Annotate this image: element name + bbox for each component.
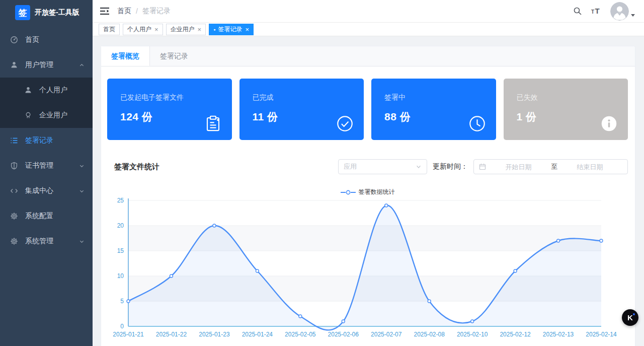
tags-view-bar: 首页 个人用户 × 企业用户 × ● 签署记录 × [93, 23, 644, 36]
chart-point [256, 269, 259, 272]
chart-band [128, 200, 601, 226]
chart-point [342, 320, 345, 323]
y-tick-label: 20 [117, 222, 124, 229]
topbar-actions: T T [573, 2, 635, 21]
logo-row[interactable]: 签 开放签-工具版 [0, 0, 93, 25]
app-select-placeholder: 应用 [344, 162, 357, 171]
close-icon[interactable]: × [245, 26, 249, 33]
caret-down-icon [631, 14, 635, 17]
chart-point [557, 239, 560, 242]
breadcrumb: 首页 / 签署记录 [117, 7, 171, 16]
tab-signing-records[interactable]: 签署记录 [150, 46, 198, 66]
font-size-icon[interactable]: T T [591, 7, 602, 16]
tag-home[interactable]: 首页 [99, 24, 120, 35]
gear-icon [10, 212, 18, 220]
sidebar-item-label: 证书管理 [25, 161, 53, 170]
tag-personal-users[interactable]: 个人用户 × [123, 24, 163, 35]
x-tick-label: 2025-02-07 [371, 331, 402, 338]
x-tick-label: 2025-01-22 [156, 331, 187, 338]
sidebar-item-enterprise-users[interactable]: 企业用户 [0, 103, 93, 128]
sidebar-item-signing-records[interactable]: 签署记录 [0, 128, 93, 153]
sidebar-submenu-user-management: 个人用户 企业用户 [0, 78, 93, 128]
stat-card-in-progress[interactable]: 签署中 88 份 [371, 79, 496, 140]
stat-label: 签署中 [384, 93, 483, 102]
sidebar-item-system-management[interactable]: 系统管理 [0, 229, 93, 254]
breadcrumb-home[interactable]: 首页 [117, 7, 131, 16]
x-tick-label: 2025-02-10 [457, 331, 488, 338]
sidebar-item-system-configuration[interactable]: 系统配置 [0, 203, 93, 229]
chart-point [600, 239, 603, 242]
chevron-down-icon [416, 164, 422, 170]
chart-point [428, 300, 431, 303]
user-menu[interactable] [610, 2, 635, 21]
chart-point [170, 274, 173, 278]
sidebar-fold-icon[interactable] [100, 7, 110, 15]
chart-legend[interactable]: 签署数据统计 [107, 188, 628, 196]
update-time-label: 更新时间： [433, 162, 468, 171]
chevron-down-icon [79, 163, 85, 169]
chart-point [471, 320, 474, 323]
sidebar-item-label: 系统管理 [25, 237, 53, 246]
stat-card-completed[interactable]: 已完成 11 份 [239, 79, 364, 140]
y-tick-label: 10 [117, 272, 124, 280]
y-tick-label: 0 [120, 323, 124, 330]
range-separator: 至 [551, 162, 557, 171]
close-icon[interactable]: × [154, 26, 158, 33]
k-blue-dot-icon [633, 313, 635, 315]
search-icon[interactable] [573, 7, 582, 16]
chart-point [213, 224, 216, 227]
tag-signing-records[interactable]: ● 签署记录 × [209, 24, 254, 35]
dashboard-icon [10, 36, 18, 44]
chevron-down-icon [79, 239, 85, 244]
line-chart[interactable]: 05101520252025-01-212025-01-222025-01-23… [107, 197, 627, 344]
x-tick-label: 2025-01-24 [242, 331, 273, 338]
card-tabs: 签署概览 签署记录 [101, 46, 635, 66]
stats-section-header: 签署文件统计 应用 更新时间： [107, 159, 628, 174]
y-tick-label: 5 [120, 298, 124, 305]
app-select[interactable]: 应用 [338, 159, 427, 174]
sidebar-item-user-management[interactable]: 用户管理 [0, 52, 93, 78]
close-icon[interactable]: × [198, 26, 202, 33]
chart-point [299, 315, 302, 318]
tag-label: 个人用户 [127, 25, 151, 34]
chevron-up-icon [79, 62, 85, 68]
clipboard-icon [204, 115, 222, 132]
y-tick-label: 25 [117, 197, 124, 204]
sidebar-item-certificate-management[interactable]: 证书管理 [0, 153, 93, 178]
sidebar-item-integration-center[interactable]: 集成中心 [0, 178, 93, 203]
check-circle-icon [336, 115, 354, 132]
end-date-input[interactable] [557, 163, 622, 171]
date-range-picker[interactable]: 至 [473, 159, 628, 174]
stat-card-expired[interactable]: 已失效 1 份 [504, 79, 628, 140]
x-tick-label: 2025-02-12 [500, 331, 531, 338]
page-content: 签署概览 签署记录 已发起电子签署文件 124 份 [93, 36, 644, 346]
k-label: K [627, 313, 633, 322]
tag-label: 签署记录 [218, 25, 242, 34]
calendar-icon [479, 163, 486, 170]
tag-enterprise-users[interactable]: 企业用户 × [166, 24, 206, 35]
sidebar-item-label: 首页 [25, 35, 39, 44]
main-area: 首页 / 签署记录 T T [93, 0, 644, 346]
sidebar: 签 开放签-工具版 首页 用户管理 [0, 0, 93, 346]
app-layout: 签 开放签-工具版 首页 用户管理 [0, 0, 644, 346]
sidebar-item-home[interactable]: 首页 [0, 27, 93, 52]
code-icon [10, 187, 18, 195]
sidebar-item-personal-users[interactable]: 个人用户 [0, 78, 93, 103]
app-logo-icon: 签 [15, 5, 30, 20]
breadcrumb-separator: / [136, 7, 138, 15]
x-tick-label: 2025-02-14 [586, 331, 617, 338]
x-tick-label: 2025-01-21 [113, 331, 144, 338]
tab-signing-overview[interactable]: 签署概览 [101, 46, 150, 66]
svg-text:T: T [595, 7, 600, 15]
stat-card-initiated[interactable]: 已发起电子签署文件 124 份 [107, 79, 232, 140]
floating-k-button[interactable]: K [622, 309, 638, 326]
sidebar-item-label: 用户管理 [25, 60, 53, 70]
start-date-input[interactable] [486, 163, 551, 171]
chevron-down-icon [79, 188, 85, 194]
x-tick-label: 2025-02-06 [328, 331, 359, 338]
sidebar-item-label: 签署记录 [25, 136, 53, 145]
active-dot-icon: ● [213, 28, 215, 31]
avatar [610, 2, 629, 21]
info-circle-icon [600, 115, 618, 132]
stat-label: 已完成 [253, 93, 351, 102]
